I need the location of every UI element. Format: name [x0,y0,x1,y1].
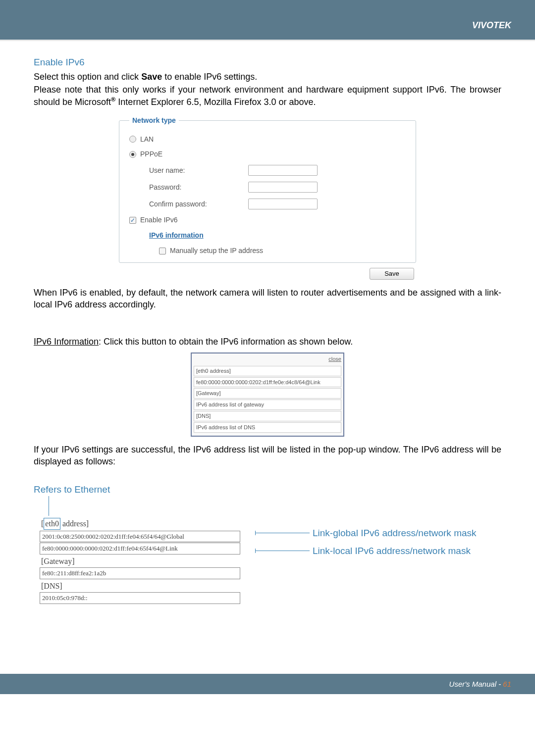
pppoe-radio[interactable] [129,151,136,158]
global-annotation-text: Link-global IPv6 address/network mask [313,527,477,540]
section-title: Enable IPv6 [34,56,501,69]
enable-ipv6-checkbox[interactable] [129,217,136,224]
page-header: VIVOTEK [0,0,535,40]
save-word: Save [141,72,162,82]
fieldset-legend: Network type [129,116,179,125]
brand-text: VIVOTEK [472,20,511,31]
detail-table: [eth0 address] 2001:0c08:2500:0002:0202:… [40,517,240,605]
ipv6-popup: close [eth0 address] fe80:0000:0000:0000… [191,353,344,437]
detail-gateway-value: fe80::211:d8ff:fea2:1a2b [40,567,240,579]
save-button-wrap: Save [119,268,416,280]
global-annotation: Link-global IPv6 address/network mask [255,527,477,540]
page-footer: User's Manual - 61 [0,674,535,694]
addr-label-rest: address] [60,519,89,528]
password-input[interactable] [248,182,318,193]
manual-setup-checkbox[interactable] [159,248,166,254]
detail-gateway-header: [Gateway] [40,555,240,568]
ipv6-info-rest: : Click this button to obtain the IPv6 i… [99,337,353,347]
pppoe-label: PPPoE [140,150,162,159]
ipv6-info-label: IPv6 Information [34,337,99,347]
refers-to-ethernet-title: Refers to Ethernet [34,483,501,496]
network-type-fieldset: Network type LAN PPPoE User name: Passwo… [119,120,416,263]
text: Select this option and click [34,72,141,82]
confirm-password-row: Confirm password: [129,196,406,212]
footer-label: User's Manual - [449,680,503,688]
detail-dns-value: 2010:05c0:978d:: [40,592,240,604]
intro-paragraph-2: Please note that this only works if your… [34,84,501,108]
enable-ipv6-row[interactable]: Enable IPv6 [129,212,406,228]
detail-eth-header: [eth0 address] [40,517,240,531]
detail-dns-header: [DNS] [40,580,240,593]
connector-line [255,551,310,551]
refers-pointer [49,496,501,516]
eth0-highlight: eth0 [44,518,60,530]
detail-global-address: 2001:0c08:2500:0002:0202:d1ff:fe04:65f4/… [40,531,240,543]
username-input[interactable] [248,165,318,176]
password-label: Password: [149,183,248,192]
popup-eth-address: fe80:0000:0000:0000:0202:d1ff:fe0e:d4c8/… [194,377,341,388]
registered-mark: ® [111,96,115,103]
local-annotation-text: Link-local IPv6 address/network mask [313,545,471,557]
manual-setup-label: Manually setup the IP address [170,246,263,255]
after-popup-paragraph: If your IPv6 settings are successful, th… [34,444,501,468]
lan-radio-row[interactable]: LAN [129,132,406,147]
lan-label: LAN [140,135,154,144]
username-label: User name: [149,166,248,175]
popup-eth-header: [eth0 address] [194,366,341,376]
local-annotation: Link-local IPv6 address/network mask [255,545,477,557]
ipv6-detail-panel: [eth0 address] 2001:0c08:2500:0002:0202:… [40,517,501,605]
ipv6-information-link[interactable]: IPv6 information [129,231,204,240]
ipv6-info-line: IPv6 Information: Click this button to o… [34,336,501,348]
network-type-panel: Network type LAN PPPoE User name: Passwo… [119,120,416,280]
text: Internet Explorer 6.5, Mozilla Firefox 3… [115,97,316,107]
save-button[interactable]: Save [370,268,414,280]
after-form-paragraph: When IPv6 is enabled, by default, the ne… [34,287,501,311]
username-row: User name: [129,162,406,179]
intro-paragraph-1: Select this option and click Save to ena… [34,71,501,83]
password-row: Password: [129,179,406,196]
page-number: 61 [503,680,511,688]
popup-dns-list: IPv6 address list of DNS [194,422,341,433]
text: to enable IPv6 settings. [162,72,257,82]
detail-local-address: fe80:0000:0000:0000:0202:d1ff:fe04:65f4/… [40,543,240,554]
confirm-password-input[interactable] [248,199,318,209]
popup-gateway-header: [Gateway] [194,388,341,399]
enable-ipv6-label: Enable IPv6 [140,215,178,225]
pppoe-radio-row[interactable]: PPPoE [129,147,406,162]
popup-dns-header: [DNS] [194,411,341,421]
popup-gateway-list: IPv6 address list of gateway [194,400,341,410]
manual-setup-row[interactable]: Manually setup the IP address [129,246,406,255]
confirm-password-label: Confirm password: [149,200,248,209]
lan-radio[interactable] [129,136,136,143]
connector-line [255,533,310,533]
popup-close-link[interactable]: close [194,355,341,363]
annotation-column: Link-global IPv6 address/network mask Li… [240,517,477,605]
main-content: Enable IPv6 Select this option and click… [0,41,535,605]
